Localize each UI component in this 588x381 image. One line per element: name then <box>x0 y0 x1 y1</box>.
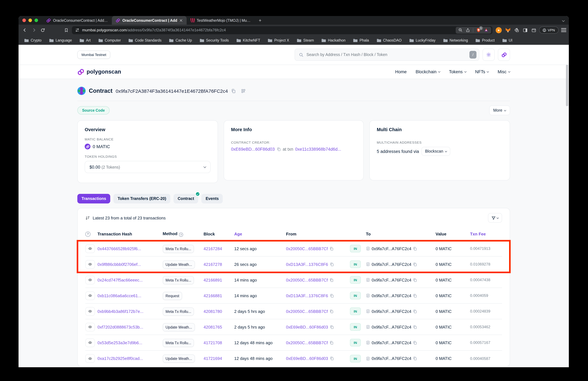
more-button[interactable]: More <box>489 106 510 115</box>
txn-hash-link[interactable]: 0x9f886cbbb0f2706ef... <box>98 262 161 267</box>
copy-from-icon[interactable] <box>330 262 334 266</box>
bookmark-folder[interactable]: Crypto <box>24 38 42 42</box>
bookmark-folder[interactable]: Cache Up <box>169 38 192 42</box>
close-tab-icon[interactable] <box>179 19 183 22</box>
block-link[interactable]: 42166881 <box>204 293 233 298</box>
share-icon[interactable] <box>466 28 470 32</box>
method-badge[interactable]: Update Weath... <box>163 323 195 331</box>
copy-to-icon[interactable] <box>413 278 417 282</box>
copy-to-icon[interactable] <box>413 247 417 251</box>
nav-blockchain[interactable]: Blockchain <box>416 69 440 74</box>
bookmark-folder[interactable]: Hackathon <box>321 38 345 42</box>
method-badge[interactable]: Update Weath... <box>163 260 195 269</box>
method-help-icon[interactable]: ? <box>179 233 183 237</box>
copy-to-icon[interactable] <box>413 309 417 313</box>
from-address-link[interactable]: 0xE69eBD...60F86d03 <box>286 356 328 361</box>
bookmark-folder[interactable]: Steam <box>297 38 314 42</box>
preview-eye-button[interactable] <box>85 307 95 315</box>
txn-hash-link[interactable]: 0x24cd747f5ac66eeec... <box>98 277 161 282</box>
block-link[interactable]: 42167284 <box>204 246 233 251</box>
from-address-link[interactable]: 0xE69eBD...60F86d03 <box>286 325 328 329</box>
bookmark-folder[interactable]: Project X <box>268 38 289 42</box>
tab-search-chevron-icon[interactable] <box>563 16 564 25</box>
block-link[interactable]: 42166891 <box>204 277 233 282</box>
bookmark-page-icon[interactable] <box>63 26 69 34</box>
qr-code-icon[interactable] <box>241 89 246 93</box>
vpn-button[interactable]: VPN <box>539 26 558 34</box>
from-address-link[interactable]: 0x20050C...65BBB7Cf <box>286 246 328 251</box>
browser-tab-2-active[interactable]: OracleConsumerContract | Add <box>112 16 187 25</box>
nav-tokens[interactable]: Tokens <box>449 69 466 74</box>
browser-tab-3[interactable]: TestWeatherMojo (TMOJ) | Mumbai <box>187 16 255 25</box>
bookmark-folder[interactable]: Networking <box>443 38 468 42</box>
copy-from-icon[interactable] <box>330 325 334 329</box>
preview-eye-button[interactable] <box>85 244 95 253</box>
menu-icon[interactable] <box>561 28 566 32</box>
polygonscan-logo[interactable]: polygonscan <box>77 68 121 75</box>
bookmark-folder[interactable]: Code Standards <box>129 38 162 42</box>
method-badge[interactable]: Meta Tx Rollu... <box>163 339 194 347</box>
bookmark-folder[interactable]: KitcheNFT <box>236 38 260 42</box>
wallet-icon[interactable] <box>531 28 537 32</box>
copy-from-icon[interactable] <box>330 340 334 345</box>
copy-to-icon[interactable] <box>413 356 417 360</box>
copy-to-icon[interactable] <box>413 325 417 329</box>
source-code-badge[interactable]: Source Code <box>77 106 110 114</box>
copy-to-icon[interactable] <box>413 340 417 345</box>
browser-tab-1[interactable]: OracleConsumerContract | Address <box>42 16 112 25</box>
col-age-sort[interactable]: Age <box>234 232 285 236</box>
method-badge[interactable]: Request <box>163 291 182 300</box>
method-badge[interactable]: Meta Tx Rollu... <box>163 245 194 253</box>
bookmark-folder[interactable]: ChaosDAO <box>377 38 401 42</box>
copy-from-icon[interactable] <box>330 278 334 282</box>
zoom-out-icon[interactable] <box>458 28 463 32</box>
col-fee-sort[interactable]: Txn Fee <box>470 232 498 236</box>
reload-button[interactable] <box>40 26 46 34</box>
metamask-extension-icon[interactable] <box>505 27 511 33</box>
help-icon[interactable]: ? <box>85 231 90 237</box>
search-bar[interactable]: Search by Address / Txn Hash / Block / T… <box>295 49 479 61</box>
txn-hash-link[interactable]: 0xb11c086a6a6cce61... <box>98 293 161 298</box>
txn-hash-link[interactable]: 0xa17c2b2925e8f0cad... <box>98 356 161 361</box>
brave-shield-icon[interactable]: 1 <box>476 27 481 33</box>
bookmark-folder[interactable]: Art <box>80 38 91 42</box>
copy-from-icon[interactable] <box>330 356 334 360</box>
copy-from-icon[interactable] <box>330 309 334 313</box>
copy-to-icon[interactable] <box>413 293 417 298</box>
puzzle-extensions-icon[interactable] <box>514 27 519 33</box>
tab-token-transfers[interactable]: Token Transfers (ERC-20) <box>113 194 170 203</box>
nav-home[interactable]: Home <box>395 69 407 74</box>
from-address-link[interactable]: 0xD13A3F...1376C8F6 <box>286 293 328 298</box>
nav-nfts[interactable]: NFTs <box>475 69 489 74</box>
close-window-button[interactable] <box>22 19 26 22</box>
block-link[interactable]: 42081765 <box>204 325 233 329</box>
preview-eye-button[interactable] <box>85 260 95 269</box>
preview-eye-button[interactable] <box>85 323 95 331</box>
blockscan-dropdown[interactable]: Blockscan <box>421 147 450 156</box>
bookmark-folder[interactable]: UI <box>502 38 512 42</box>
copy-creator-icon[interactable] <box>277 147 281 151</box>
bookmark-folder[interactable]: LuckyFriday <box>409 38 435 42</box>
polkadot-extension-icon[interactable]: ● <box>496 27 502 33</box>
from-address-link[interactable]: 0xD13A3F...1376C8F6 <box>286 262 328 267</box>
from-address-link[interactable]: 0x20050C...65BBB7Cf <box>286 277 328 282</box>
forward-button[interactable] <box>31 26 37 34</box>
copy-from-icon[interactable] <box>330 293 334 298</box>
copy-from-icon[interactable] <box>330 247 334 251</box>
block-link[interactable]: 41721708 <box>204 340 233 345</box>
preview-eye-button[interactable] <box>85 354 95 363</box>
block-link[interactable]: 42167278 <box>204 262 233 267</box>
creator-address-link[interactable]: 0xE69eBD...60F86d03 <box>231 147 275 152</box>
method-badge[interactable]: Meta Tx Rollu... <box>163 276 194 284</box>
block-link[interactable]: 42081780 <box>204 309 233 314</box>
minimize-window-button[interactable] <box>28 19 32 22</box>
bat-rewards-icon[interactable] <box>484 28 489 32</box>
tab-transactions[interactable]: Transactions <box>77 194 110 203</box>
from-address-link[interactable]: 0x20050C...65BBB7Cf <box>286 340 328 345</box>
bookmark-folder[interactable]: Language <box>49 38 72 42</box>
txn-hash-link[interactable]: 0xf7202d0888673c53b... <box>98 325 161 329</box>
maximize-window-button[interactable] <box>35 19 38 22</box>
bookmark-folder[interactable]: Computer <box>98 38 121 42</box>
copy-to-icon[interactable] <box>413 262 417 266</box>
network-switch-button[interactable] <box>498 49 510 61</box>
